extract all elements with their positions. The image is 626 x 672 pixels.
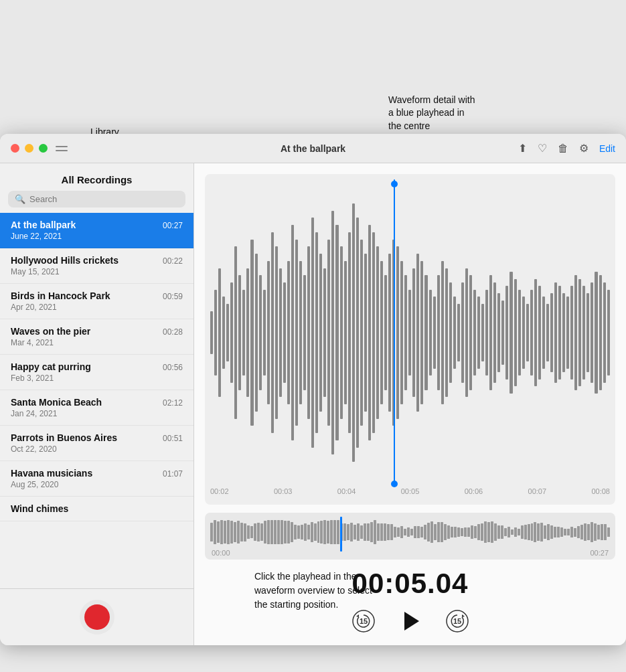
overview-bar xyxy=(264,521,266,543)
search-input[interactable] xyxy=(29,194,179,204)
overview-bar xyxy=(481,523,483,541)
overview-bar xyxy=(564,529,566,535)
waveform-bar xyxy=(607,290,610,376)
overview-bar xyxy=(417,526,420,539)
overview-bar xyxy=(587,524,590,539)
waveform-bar xyxy=(218,268,221,398)
rec-date: Oct 22, 2020 xyxy=(11,444,183,454)
overview-bar xyxy=(307,525,310,539)
waveform-bar xyxy=(275,246,278,418)
waveform-bar xyxy=(538,286,541,379)
overview-bar xyxy=(287,521,290,544)
waveform-bar xyxy=(352,203,355,462)
recording-item[interactable]: Waves on the pier 00:28 Mar 4, 2021 xyxy=(0,319,193,355)
waveform-bar xyxy=(449,282,452,383)
waveform-bar xyxy=(384,275,387,390)
recording-item[interactable]: Birds in Hancock Park 00:59 Apr 20, 2021 xyxy=(0,284,193,319)
waveform-bar xyxy=(485,290,488,376)
waveform-playhead[interactable] xyxy=(394,179,395,485)
waveform-bar xyxy=(526,304,529,361)
overview-playhead[interactable] xyxy=(340,517,342,552)
play-button[interactable] xyxy=(397,608,424,635)
playhead-dot-top xyxy=(391,181,398,187)
waveform-bar xyxy=(255,254,258,412)
overview-bar xyxy=(441,522,443,541)
settings-icon[interactable]: ⚙ xyxy=(579,142,589,155)
overview-bar xyxy=(487,522,490,542)
record-inner-dot xyxy=(84,604,110,630)
overview-bar xyxy=(537,523,540,541)
close-button[interactable] xyxy=(11,144,19,153)
overview-bar xyxy=(227,520,230,544)
share-icon[interactable]: ⬆ xyxy=(518,142,527,155)
recording-item[interactable]: Happy cat purring 00:56 Feb 3, 2021 xyxy=(0,355,193,390)
overview-bar xyxy=(244,523,246,541)
timestamp-label: 00:06 xyxy=(465,487,483,498)
overview-bar xyxy=(544,525,546,539)
rec-duration: 00:27 xyxy=(163,221,183,230)
waveform-bar xyxy=(595,272,597,394)
overview-bar xyxy=(394,527,396,537)
maximize-button[interactable] xyxy=(39,144,48,153)
recording-item[interactable]: Havana musicians 01:07 Aug 25, 2020 xyxy=(0,461,193,497)
overview-bar xyxy=(431,521,433,542)
recording-item[interactable]: Wind chimes xyxy=(0,497,193,521)
overview-bar xyxy=(577,526,580,537)
waveform-bar xyxy=(348,232,351,433)
overview-bar xyxy=(484,521,487,542)
waveform-bar xyxy=(323,268,326,398)
overview-bar xyxy=(550,525,553,539)
waveform-bar xyxy=(433,297,436,368)
sidebar-footer xyxy=(0,588,193,645)
overview-bar xyxy=(230,521,233,543)
waveform-bar xyxy=(429,290,432,376)
waveform-bar xyxy=(311,218,314,447)
waveform-bar xyxy=(603,282,606,383)
rec-date: May 15, 2021 xyxy=(11,267,183,276)
overview-bar xyxy=(494,523,497,540)
delete-icon[interactable]: 🗑 xyxy=(558,143,568,155)
overview-bar xyxy=(317,521,320,543)
favorite-icon[interactable]: ♡ xyxy=(538,142,547,155)
waveform-bar xyxy=(501,301,504,365)
overview-bar xyxy=(333,520,336,544)
waveform-bar xyxy=(210,311,213,354)
overview-bar xyxy=(518,529,520,536)
waveform-bar xyxy=(283,282,286,383)
recording-item[interactable]: At the ballpark 00:27 June 22, 2021 xyxy=(0,213,193,248)
waveform-bar xyxy=(400,261,403,404)
overview-bar xyxy=(511,529,514,535)
recording-item[interactable]: Santa Monica Beach 02:12 Jan 24, 2021 xyxy=(0,390,193,426)
overview-bar xyxy=(570,527,573,537)
sidebar-toggle-button[interactable] xyxy=(56,144,68,153)
rewind-icon: 15 xyxy=(351,609,376,633)
overview-bar xyxy=(217,521,220,543)
overview-bar xyxy=(410,529,413,535)
timestamp-label: 00:08 xyxy=(591,487,610,498)
rec-title: At the ballpark xyxy=(11,220,76,230)
rec-title: Happy cat purring xyxy=(11,361,91,372)
forward-button[interactable]: 15 xyxy=(445,609,469,633)
minimize-button[interactable] xyxy=(25,144,33,153)
waveform-bar xyxy=(505,286,508,379)
overview-bar xyxy=(357,523,360,541)
overview-bar xyxy=(447,525,450,539)
overview-bar xyxy=(257,523,260,542)
overview-bar xyxy=(451,527,453,537)
record-button[interactable] xyxy=(80,600,114,635)
waveform-detail[interactable]: 00:0200:0300:0400:0500:0600:0700:08 xyxy=(205,174,615,505)
recording-item[interactable]: Parrots in Buenos Aires 00:51 Oct 22, 20… xyxy=(0,426,193,461)
overview-bar xyxy=(320,521,323,543)
overview-bar xyxy=(364,523,366,541)
overview-bar xyxy=(461,528,463,535)
playback-controls: 15 15 xyxy=(205,608,615,635)
overview-bar xyxy=(504,528,507,535)
recording-item[interactable]: Hollywood Hills crickets 00:22 May 15, 2… xyxy=(0,248,193,284)
waveform-bar xyxy=(356,218,359,447)
waveform-bar xyxy=(327,240,330,426)
main-content: All Recordings 🔍 At the ballpark 00:27 J… xyxy=(0,163,626,645)
edit-button[interactable]: Edit xyxy=(599,143,615,154)
rewind-button[interactable]: 15 xyxy=(351,609,376,633)
waveform-overview[interactable]: 00:00 00:27 xyxy=(205,513,615,560)
search-bar[interactable]: 🔍 xyxy=(8,191,185,207)
